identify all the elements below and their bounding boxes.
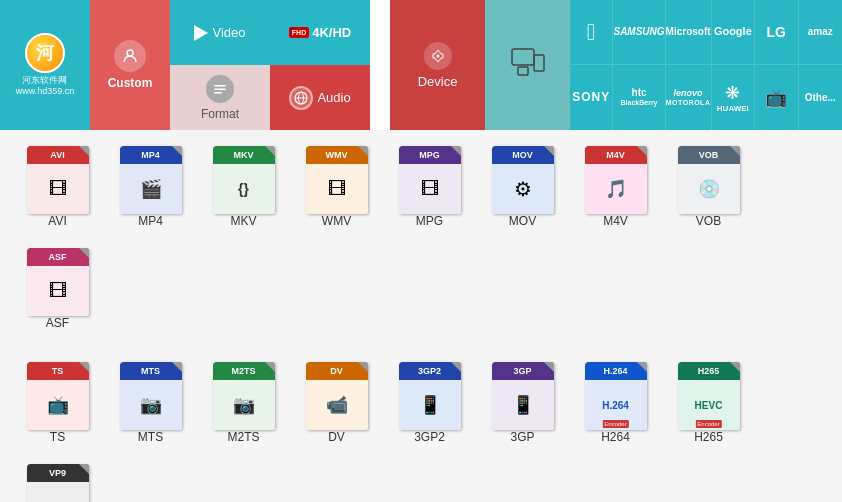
- brand-lg[interactable]: LG: [755, 0, 798, 65]
- svg-point-0: [127, 50, 133, 56]
- format-dv[interactable]: DV 📹 DV: [294, 356, 379, 450]
- format-mov[interactable]: MOV ⚙ MOV: [480, 140, 565, 234]
- row-divider-1: [15, 344, 827, 348]
- format-mpg[interactable]: MPG 🎞 MPG: [387, 140, 472, 234]
- brand-samsung[interactable]: SAMSUNG: [613, 0, 665, 65]
- content-area: AVI 🎞 AVI MP4 🎬 MP4 MKV {} MKV WMV 🎞: [0, 130, 842, 502]
- format-mp4[interactable]: MP4 🎬 MP4: [108, 140, 193, 234]
- svg-rect-9: [518, 67, 528, 75]
- svg-rect-3: [214, 92, 222, 94]
- svg-rect-2: [214, 88, 226, 90]
- brand-htc-blackberry[interactable]: htc BlackBerry: [613, 65, 665, 130]
- web-label: Audio: [317, 90, 350, 105]
- format-ts[interactable]: TS 📺 TS: [15, 356, 100, 450]
- logo-icon: 河: [25, 33, 65, 73]
- brand-other[interactable]: Othe...: [799, 65, 842, 130]
- format-h265[interactable]: H265 HEVC Encoder H265: [666, 356, 751, 450]
- brand-apple[interactable]: : [570, 0, 613, 65]
- custom-label: Custom: [108, 76, 153, 90]
- format-mkv[interactable]: MKV {} MKV: [201, 140, 286, 234]
- video-label: Video: [212, 25, 245, 40]
- device-button[interactable]: [485, 0, 570, 130]
- custom-button[interactable]: Custom: [90, 0, 170, 130]
- format-button[interactable]: Format: [170, 65, 270, 130]
- svg-rect-1: [214, 85, 226, 87]
- web-button[interactable]: Audio: [270, 65, 370, 130]
- brand-tv[interactable]: 📺: [755, 65, 798, 130]
- format-3gp2[interactable]: 3GP2 📱 3GP2: [387, 356, 472, 450]
- 4k-label: 4K/HD: [312, 25, 351, 40]
- toolbar: 河 河东软件网 www.hd359.cn Custom Video: [0, 0, 842, 130]
- format-vp9[interactable]: VP9 VP9 Encoder VP9: [15, 458, 100, 502]
- logo-text: 河东软件网 www.hd359.cn: [16, 75, 75, 97]
- format-avi[interactable]: AVI 🎞 AVI: [15, 140, 100, 234]
- svg-rect-10: [534, 55, 544, 71]
- brand-microsoft[interactable]: Microsoft: [666, 0, 712, 65]
- svg-rect-8: [512, 49, 534, 65]
- brands-panel:  SAMSUNG Microsoft Google LG amaz SONY …: [570, 0, 842, 130]
- brand-amazon[interactable]: amaz: [799, 0, 842, 65]
- format-mts[interactable]: MTS 📷 MTS: [108, 356, 193, 450]
- format-h264[interactable]: H.264 H.264 Encoder H264: [573, 356, 658, 450]
- brand-huawei[interactable]: ❋ HUAWEI: [712, 65, 755, 130]
- format-vob[interactable]: VOB 💿 VOB: [666, 140, 751, 234]
- logo-section: 河 河东软件网 www.hd359.cn: [0, 0, 90, 130]
- audio-button[interactable]: Device: [390, 0, 485, 130]
- brand-lenovo-motorola[interactable]: lenovo MOTOROLA: [666, 65, 712, 130]
- 4k-button[interactable]: FHD 4K/HD: [270, 0, 370, 65]
- audio-label: Device: [418, 74, 458, 89]
- format-label: Format: [201, 107, 239, 121]
- format-asf[interactable]: ASF 🎞 ASF: [15, 242, 100, 336]
- toolbar-left: 河 河东软件网 www.hd359.cn Custom Video: [0, 0, 390, 130]
- format-m2ts[interactable]: M2TS 📷 M2TS: [201, 356, 286, 450]
- format-list: AVI 🎞 AVI MP4 🎬 MP4 MKV {} MKV WMV 🎞: [15, 140, 827, 502]
- format-m4v[interactable]: M4V 🎵 M4V: [573, 140, 658, 234]
- svg-point-7: [436, 54, 439, 57]
- video-button[interactable]: Video: [170, 0, 270, 65]
- brand-sony[interactable]: SONY: [570, 65, 613, 130]
- format-wmv[interactable]: WMV 🎞 WMV: [294, 140, 379, 234]
- format-3gp[interactable]: 3GP 📱 3GP: [480, 356, 565, 450]
- brand-google[interactable]: Google: [712, 0, 755, 65]
